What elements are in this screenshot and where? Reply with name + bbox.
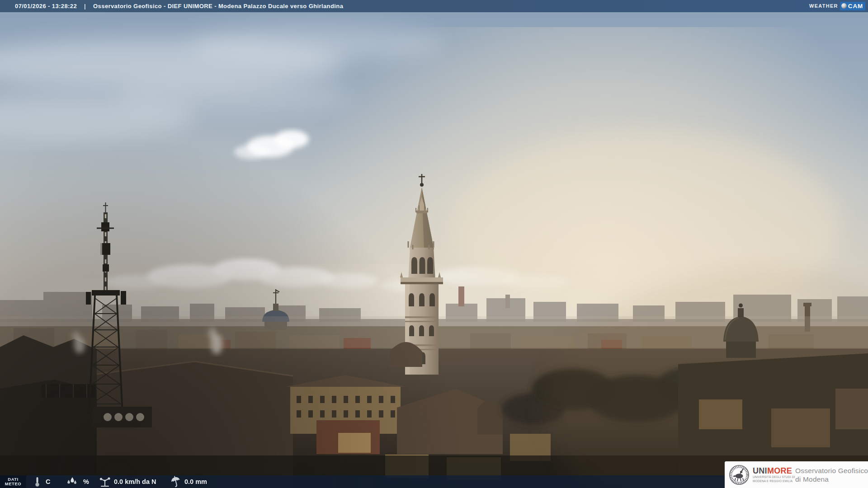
webcam-view: 07/01/2026 - 13:28:22 | Osservatorio Geo… <box>0 0 868 488</box>
globe-icon <box>841 3 847 9</box>
umbrella-icon <box>170 476 182 488</box>
weathercam-cam-text: CAM <box>848 3 863 9</box>
camera-title: Osservatorio Geofisico - DIEF UNIMORE - … <box>93 3 343 9</box>
weathercam-logo: WEATHER CAM <box>809 1 865 10</box>
top-info-bar: 07/01/2026 - 13:28:22 | Osservatorio Geo… <box>0 0 868 12</box>
separator: | <box>84 3 86 9</box>
anemometer-icon <box>99 476 111 487</box>
temperature-unit: C <box>46 478 50 485</box>
timestamp: 07/01/2026 - 13:28:22 <box>15 3 77 9</box>
rain-value: 0.0 mm <box>184 478 207 485</box>
wind-metric: 0.0 km/h da N <box>99 475 156 488</box>
city-panorama-photo <box>0 0 868 488</box>
thermometer-icon <box>34 476 40 487</box>
unimore-subtitle-line2: MODENA E REGGIO EMILIA <box>753 479 792 483</box>
weathercam-badge: CAM <box>840 2 865 10</box>
unimore-wordmark: UNIMORE <box>753 467 792 475</box>
humidity-drops-icon <box>66 477 78 487</box>
observatory-name: Osservatorio Geofisico di Modena <box>795 466 868 483</box>
wind-value: 0.0 km/h da N <box>114 478 156 485</box>
dati-meteo-label: DATI METEO <box>0 475 26 488</box>
unimore-seal-icon <box>729 465 749 485</box>
humidity-metric: % <box>66 475 89 488</box>
rain-metric: 0.0 mm <box>170 475 207 488</box>
unimore-uni-text: UNI <box>753 466 767 475</box>
observatory-name-line1: Osservatorio Geofisico <box>795 466 868 475</box>
unimore-subtitle-line1: UNIVERSITÀ DEGLI STUDI DI <box>753 475 792 479</box>
weathercam-weather-text: WEATHER <box>809 3 838 9</box>
unimore-more-text: MORE <box>767 466 792 475</box>
observatory-name-line2: di Modena <box>795 475 868 483</box>
dati-label-line2: METEO <box>5 482 21 487</box>
unimore-brand: UNIMORE UNIVERSITÀ DEGLI STUDI DI MODENA… <box>753 467 792 483</box>
humidity-unit: % <box>83 478 89 485</box>
unimore-credit-box: UNIMORE UNIVERSITÀ DEGLI STUDI DI MODENA… <box>725 461 868 488</box>
temperature-metric: C <box>34 475 50 488</box>
